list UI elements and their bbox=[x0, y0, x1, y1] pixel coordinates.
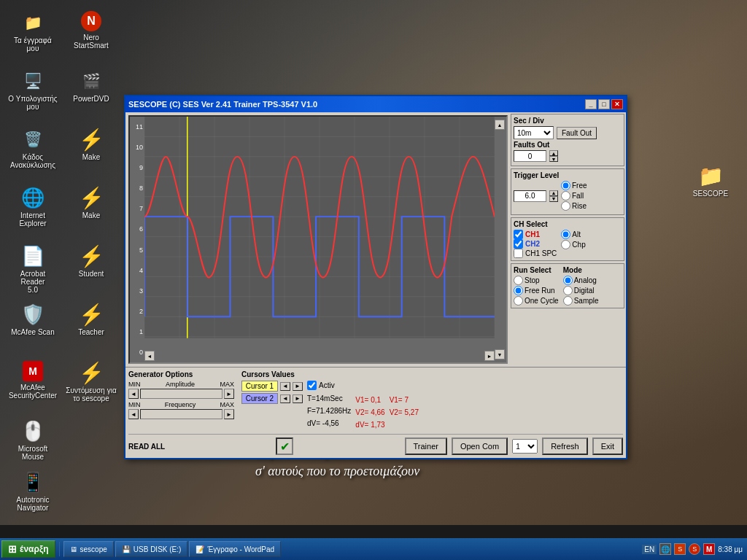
minimize-button[interactable]: _ bbox=[585, 99, 597, 109]
trigger-radio-group: Free Fall Rise bbox=[561, 181, 587, 211]
freq-increase-btn[interactable]: ► bbox=[224, 409, 234, 419]
close-button[interactable]: ✕ bbox=[611, 99, 623, 109]
start-button[interactable]: ⊞ έναρξη bbox=[1, 540, 55, 558]
desktop-icon-teacher[interactable]: ⚡ Teacher bbox=[62, 299, 120, 340]
freq-label: Frequency bbox=[165, 401, 196, 408]
desktop-icon-ie[interactable]: 🌐 InternetExplorer bbox=[4, 182, 62, 231]
read-all-checkbox[interactable]: ✔ bbox=[276, 438, 293, 455]
open-com-button[interactable]: Open Com bbox=[452, 438, 508, 455]
ch1-spc-label: CH1 SPC bbox=[525, 249, 557, 257]
desktop-icon-sescope-shortcut[interactable]: ⚡ Συντόμευση γιατο sescope bbox=[62, 357, 120, 406]
chp-radio[interactable] bbox=[561, 240, 570, 249]
trigger-spin-up[interactable]: ▲ bbox=[549, 190, 558, 196]
ch1-spc-checkbox[interactable] bbox=[514, 249, 523, 258]
ms-mouse-icon: 🖱️ bbox=[21, 419, 44, 443]
freq-max-label: MAX bbox=[220, 401, 234, 408]
run-select-label: Run Select bbox=[514, 266, 559, 274]
mode-group: Mode Analog Digital bbox=[563, 266, 599, 306]
scope-svg bbox=[144, 117, 495, 338]
cursor1-row: Cursor 1 ◄ ► bbox=[241, 381, 303, 392]
trigger-spin-down[interactable]: ▼ bbox=[549, 196, 558, 202]
analog-row: Analog bbox=[563, 276, 599, 285]
free-run-radio[interactable] bbox=[514, 286, 523, 295]
desktop-icon-ms-mouse[interactable]: 🖱️ Microsoft Mouse bbox=[4, 416, 62, 464]
autotronic-label: AutotronicNavigator bbox=[16, 496, 49, 512]
desktop-icon-student[interactable]: ⚡ Student bbox=[62, 241, 120, 281]
y-label-2: 2 bbox=[131, 308, 144, 315]
trigger-free-radio[interactable] bbox=[561, 181, 570, 190]
scope-scroll-right[interactable]: ► bbox=[484, 351, 495, 361]
quote-line2: σ' αυτούς που το προετοιμάζουν bbox=[255, 462, 419, 481]
amp-increase-btn[interactable]: ► bbox=[224, 389, 234, 399]
desktop-icon-computer[interactable]: 🖥️ Ο Υπολογιστήςμου bbox=[4, 66, 62, 114]
taskbar-wordpad[interactable]: 📝 Έγγραφο - WordPad bbox=[189, 541, 281, 557]
dv1-value: dV= -4,56 bbox=[307, 417, 351, 429]
trigger-fall-label: Fall bbox=[572, 192, 584, 200]
desktop-icon-mcafee-security[interactable]: M McAfeeSecurityCenter bbox=[4, 357, 62, 403]
desktop-icon-recycle[interactable]: 🗑️ ΚάδοςΑνακύκλωσης bbox=[4, 124, 62, 173]
alt-row: Alt bbox=[561, 230, 585, 239]
desktop-icon-sescope-folder[interactable]: 📁 SESCOPE bbox=[681, 160, 740, 201]
trigger-rise-label: Rise bbox=[572, 202, 587, 210]
desktop-icon-mcafee[interactable]: 🛡️ McAfee Scan bbox=[4, 299, 62, 340]
frequency-slider-row: ◄ ► bbox=[128, 409, 234, 419]
trigger-fall-radio[interactable] bbox=[561, 191, 570, 201]
stop-label: Stop bbox=[525, 276, 540, 284]
frequency-slider[interactable] bbox=[140, 409, 222, 419]
amp-decrease-btn[interactable]: ◄ bbox=[128, 389, 139, 399]
cursor-activ-label: Activ bbox=[319, 381, 335, 389]
scope-scroll-down[interactable]: ▼ bbox=[495, 349, 505, 359]
cursor-activ-checkbox[interactable] bbox=[307, 381, 317, 390]
faults-spin-down[interactable]: ▼ bbox=[549, 156, 558, 162]
desktop-icon-acrobat[interactable]: 📄 Acrobat Reader5.0 bbox=[4, 241, 62, 298]
desktop-icon-my-docs[interactable]: 📁 Τα έγγραφά μου bbox=[4, 7, 62, 56]
make-icon: ⚡ bbox=[80, 128, 103, 151]
usb-task-icon: 💾 bbox=[122, 545, 131, 553]
refresh-button[interactable]: Refresh bbox=[542, 438, 588, 455]
trigger-rise-radio[interactable] bbox=[561, 201, 570, 211]
desktop-icon-make[interactable]: ⚡ Make bbox=[62, 124, 120, 165]
taskbar-usb[interactable]: 💾 USB DISK (E:) bbox=[115, 541, 188, 557]
acrobat-label: Acrobat Reader5.0 bbox=[7, 270, 58, 294]
fault-out-button[interactable]: Fault Out bbox=[557, 127, 597, 139]
cursor1-right-btn[interactable]: ► bbox=[293, 382, 303, 391]
desktop-icon-powerdvd[interactable]: 🎬 PowerDVD bbox=[62, 66, 120, 106]
y-label-11: 11 bbox=[131, 123, 144, 131]
digital-radio[interactable] bbox=[563, 286, 573, 295]
amplitude-slider[interactable] bbox=[140, 389, 222, 399]
alt-radio[interactable] bbox=[561, 230, 570, 239]
cursor2-left-btn[interactable]: ◄ bbox=[280, 394, 290, 403]
powerdvd-label: PowerDVD bbox=[73, 95, 109, 103]
my-docs-label: Τα έγγραφά μου bbox=[7, 36, 58, 52]
desktop-icon-make2[interactable]: ⚡ Make bbox=[62, 182, 120, 223]
maximize-button[interactable]: □ bbox=[598, 99, 610, 109]
faults-spin-up[interactable]: ▲ bbox=[549, 150, 558, 156]
title-bar: SESCOPE (C) SES Ver 2.41 Trainer TPS-354… bbox=[125, 96, 626, 112]
ch2-checkbox[interactable] bbox=[514, 239, 523, 249]
ch-mode-group: Alt Chp bbox=[561, 230, 585, 258]
run-select-group: Run Select Stop Free Run bbox=[514, 266, 559, 306]
com-select[interactable]: 1 2 3 4 bbox=[512, 439, 538, 454]
one-cycle-label: One Cycle bbox=[525, 297, 559, 305]
sample-radio[interactable] bbox=[563, 296, 573, 306]
desktop-icon-nero[interactable]: N Nero StartSmart bbox=[62, 7, 120, 53]
scope-scroll-up[interactable]: ▲ bbox=[495, 120, 505, 130]
sec-div-select[interactable]: 10m 1m 5m 50m 100m bbox=[514, 126, 554, 139]
faults-out-input[interactable] bbox=[514, 150, 546, 162]
faults-out-label: Faults Out bbox=[514, 141, 622, 149]
taskbar-sescope[interactable]: 🖥 sescope bbox=[63, 541, 114, 557]
ch1-checkbox[interactable] bbox=[514, 230, 523, 239]
cursors-label: Cursors Values bbox=[241, 370, 623, 378]
trainer-button[interactable]: Trainer bbox=[405, 438, 447, 455]
freq-decrease-btn[interactable]: ◄ bbox=[128, 409, 139, 419]
analog-radio[interactable] bbox=[563, 276, 573, 285]
sample-label: Sample bbox=[574, 297, 599, 305]
desktop-icon-autotronic[interactable]: 📱 AutotronicNavigator bbox=[4, 467, 62, 516]
scope-scroll-left[interactable]: ◄ bbox=[144, 351, 155, 361]
cursor1-left-btn[interactable]: ◄ bbox=[280, 382, 290, 391]
one-cycle-radio[interactable] bbox=[514, 296, 523, 306]
exit-button[interactable]: Exit bbox=[592, 438, 623, 455]
trigger-input[interactable] bbox=[514, 190, 546, 202]
cursor2-right-btn[interactable]: ► bbox=[293, 394, 303, 403]
stop-radio[interactable] bbox=[514, 276, 523, 285]
